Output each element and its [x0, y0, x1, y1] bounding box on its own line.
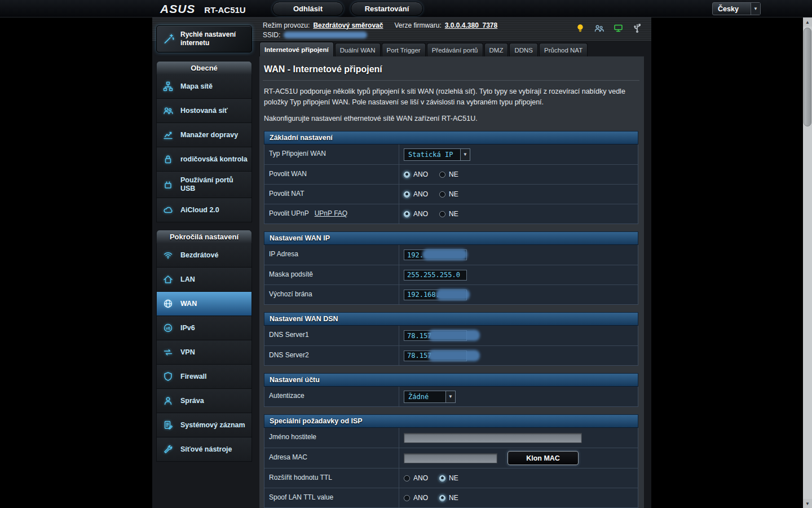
firmware-version-link[interactable]: 3.0.0.4.380_7378	[445, 21, 497, 29]
table-row: IP Adresa 192.	[264, 245, 638, 265]
radio-label: ANO	[413, 474, 428, 482]
sidebar-item-parental-control[interactable]: rodičovská kontrola	[156, 147, 252, 172]
sidebar-item-label: rodičovská kontrola	[180, 155, 248, 164]
radio-label: ANO	[413, 494, 428, 502]
vertical-scrollbar[interactable]: ▲ ▼	[803, 17, 812, 508]
enable-upnp-yes-radio[interactable]	[404, 211, 410, 217]
globe-icon	[161, 298, 175, 309]
field-label: Spoof LAN TTL value	[264, 488, 399, 507]
spoof-ttl-no-radio[interactable]	[439, 495, 445, 501]
status-led-icon[interactable]	[575, 23, 585, 33]
sidebar-item-network-tools[interactable]: Síťové nástroje	[156, 437, 252, 462]
traffic-manager-icon	[161, 129, 175, 141]
radio-label: ANO	[413, 210, 428, 218]
sidebar: Rychlé nastavení internetu Obecné Mapa s…	[156, 25, 252, 462]
dns-server1-input[interactable]: 78.157	[404, 330, 467, 341]
tab-ddns[interactable]: DDNS	[509, 43, 538, 56]
usb-status-icon[interactable]	[632, 23, 642, 33]
default-gateway-input[interactable]: 192.168.	[404, 290, 467, 300]
table-row: Povolit NAT ANO NE	[264, 184, 638, 204]
tab-port-forwarding[interactable]: Předávání portů	[427, 43, 483, 56]
subnet-mask-input[interactable]: 255.255.255.0	[404, 270, 467, 281]
ip-address-input[interactable]: 192.	[404, 249, 467, 260]
scrollbar-thumb[interactable]	[804, 28, 811, 126]
operation-mode-link[interactable]: Bezdrátový směrovač	[313, 21, 383, 29]
router-model: RT-AC51U	[204, 5, 245, 15]
spoof-ttl-yes-radio[interactable]	[404, 495, 410, 501]
upnp-faq-link[interactable]: UPnP FAQ	[315, 209, 347, 217]
field-label: IP Adresa	[264, 245, 399, 265]
table-row: Jméno hostitele	[264, 428, 638, 448]
table-row: Rozšířit hodnotu TTL ANO NE	[264, 468, 638, 488]
field-label: Typ Připojení WAN	[264, 144, 399, 164]
sidebar-item-wan[interactable]: WAN	[156, 292, 252, 316]
enable-wan-no-radio[interactable]	[439, 172, 445, 178]
sidebar-item-label: Firewall	[180, 373, 207, 381]
radio-label: ANO	[413, 190, 428, 198]
field-label: Rozšířit hodnotu TTL	[264, 468, 399, 488]
vpn-arrows-icon	[161, 347, 175, 358]
logout-button[interactable]: Odhlásit	[272, 2, 343, 16]
sidebar-item-usb-application[interactable]: Používání portů USB	[156, 172, 252, 198]
field-label: Výchozí brána	[264, 285, 399, 304]
lock-icon	[161, 154, 175, 165]
clone-mac-button[interactable]: Klon MAC	[508, 451, 579, 465]
sidebar-item-label: LAN	[180, 275, 195, 284]
scroll-down-icon[interactable]: ▼	[803, 499, 812, 508]
redaction-blur	[422, 249, 467, 260]
radio-label: NE	[449, 474, 458, 482]
extend-ttl-no-radio[interactable]	[439, 475, 445, 481]
tab-dual-wan[interactable]: Duální WAN	[335, 43, 381, 56]
table-row: Adresa MAC Klon MAC	[264, 448, 638, 468]
field-label: Jméno hostitele	[264, 428, 399, 448]
quick-internet-setup-button[interactable]: Rychlé nastavení internetu	[156, 25, 252, 52]
sidebar-item-wireless[interactable]: Bezdrátové	[156, 243, 252, 268]
field-label: Povolit UPnP	[269, 209, 309, 217]
language-select[interactable]: Česky ▼	[712, 2, 761, 15]
sidebar-item-guest-network[interactable]: Hostovaná síť	[156, 99, 252, 123]
sidebar-item-label: Manažer dopravy	[180, 131, 238, 139]
scroll-up-icon[interactable]: ▲	[803, 17, 812, 27]
input-value: 255.255.255.0	[407, 271, 460, 279]
authentication-select[interactable]: Žádné ▼	[404, 391, 456, 403]
tab-nat-passthrough[interactable]: Průchod NAT	[539, 43, 588, 56]
field-label: Povolit NAT	[264, 185, 399, 204]
wan-connection-type-select[interactable]: Statická IP ▼	[404, 148, 470, 161]
table-row: Povolit WAN ANO NE	[264, 164, 638, 184]
redaction-blur	[428, 330, 480, 341]
enable-nat-no-radio[interactable]	[439, 191, 445, 198]
tab-dmz[interactable]: DMZ	[484, 43, 509, 56]
sidebar-item-aicloud[interactable]: AiCloud 2.0	[156, 198, 252, 222]
intro-paragraph: RT-AC51U podporuje několik typů připojen…	[264, 86, 638, 108]
dns-server2-input[interactable]: 78.157	[404, 351, 467, 361]
extend-ttl-yes-radio[interactable]	[404, 475, 410, 481]
sidebar-item-label: IPv6	[180, 324, 195, 332]
sidebar-item-administration[interactable]: Správa	[156, 389, 252, 413]
table-row: Spoof LAN TTL value ANO NE	[264, 488, 638, 507]
tab-port-trigger[interactable]: Port Trigger	[382, 43, 426, 56]
mac-address-input[interactable]	[404, 453, 497, 463]
sidebar-item-lan[interactable]: LAN	[156, 268, 252, 292]
reboot-button[interactable]: Restartování	[351, 2, 423, 16]
enable-nat-yes-radio[interactable]	[404, 191, 410, 198]
sidebar-item-network-map[interactable]: Mapa sítě	[156, 75, 252, 99]
sidebar-section-advanced: Pokročilá nastavení	[156, 230, 252, 243]
enable-wan-yes-radio[interactable]	[404, 172, 410, 178]
sidebar-item-ipv6[interactable]: v6 IPv6	[156, 316, 252, 340]
field-label: DNS Server2	[264, 346, 399, 365]
radio-label: ANO	[413, 170, 428, 178]
lan-status-icon[interactable]	[613, 23, 624, 33]
sidebar-item-firewall[interactable]: Firewall	[156, 365, 252, 389]
chevron-down-icon: ▼	[445, 391, 455, 402]
shield-icon	[161, 371, 175, 382]
enable-upnp-no-radio[interactable]	[439, 211, 445, 217]
sidebar-item-label: Bezdrátové	[180, 251, 218, 260]
sidebar-item-traffic-manager[interactable]: Manažer dopravy	[156, 123, 252, 147]
clients-icon[interactable]	[594, 23, 604, 33]
sidebar-item-vpn[interactable]: VPN	[156, 340, 252, 365]
redaction-blur	[436, 289, 470, 300]
section-header: Nastavení WAN DSN	[264, 312, 638, 326]
tab-internet-connection[interactable]: Internetové připojení	[259, 42, 334, 56]
sidebar-item-system-log[interactable]: Systémový záznam	[156, 413, 252, 437]
hostname-input[interactable]	[404, 433, 582, 443]
